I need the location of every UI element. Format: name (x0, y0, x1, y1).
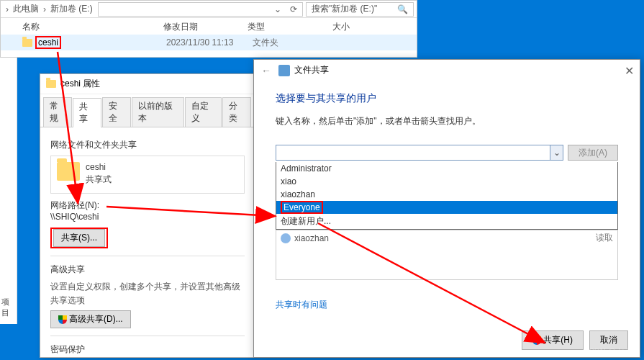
breadcrumb-seg[interactable]: 此电脑 (11, 3, 41, 15)
search-input[interactable]: 搜索"新加卷 (E:)" 🔍 (306, 2, 414, 17)
shield-icon (532, 336, 541, 345)
tab-strip: 常规 共享 安全 以前的版本 自定义 分类 (40, 94, 255, 127)
col-modified[interactable]: 修改日期 (163, 21, 248, 33)
file-type: 文件夹 (253, 37, 339, 49)
back-icon[interactable]: ← (261, 65, 271, 76)
share-button[interactable]: 共享(S)... (53, 229, 105, 247)
dropdown-option-selected[interactable]: Everyone (281, 201, 323, 214)
tab-custom[interactable]: 自定义 (185, 97, 222, 127)
properties-title-bar: ceshi 属性 (40, 74, 255, 94)
tab-general[interactable]: 常规 (43, 97, 72, 127)
add-button[interactable]: 添加(A) (568, 145, 618, 161)
col-size[interactable]: 大小 (332, 21, 417, 33)
advanced-desc: 设置自定义权限，创建多个共享，并设置其他高级共享选项 (50, 280, 245, 307)
dialog-title: 文件共享 (294, 64, 329, 76)
dialog-header: ← 文件共享 (254, 60, 640, 81)
user-icon (281, 233, 291, 243)
share-confirm-button[interactable]: 共享(H) (522, 330, 584, 350)
user-row[interactable]: xiaozhan 读取 (276, 230, 617, 246)
refresh-icon[interactable]: ⟳ (288, 4, 299, 14)
column-headers: 名称 修改日期 类型 大小 (1, 18, 417, 35)
search-icon[interactable]: 🔍 (395, 4, 410, 14)
file-name: ceshi (35, 36, 61, 49)
col-name[interactable]: 名称 (22, 21, 163, 33)
dropdown-option[interactable]: xiaozhan (276, 188, 617, 201)
watermark: CSDN @七七怪 (584, 346, 640, 357)
section-password: 密码保护 (50, 343, 245, 356)
section-network-share: 网络文件和文件夹共享 (50, 139, 245, 151)
section-advanced: 高级共享 (50, 264, 245, 276)
share-folder-name: ceshi (86, 162, 112, 172)
file-sharing-dialog: ✕ ← 文件共享 选择要与其共享的用户 键入名称，然后单击"添加"，或者单击箭头… (253, 59, 640, 358)
sidebar-label: 项目 (1, 297, 17, 318)
tab-sharing[interactable]: 共享 (73, 98, 101, 127)
folder-icon (57, 162, 80, 181)
share-info-box: ceshi 共享式 (50, 156, 245, 194)
tab-classify[interactable]: 分类 (222, 97, 251, 127)
close-icon[interactable]: ✕ (625, 64, 634, 78)
search-placeholder: 搜索"新加卷 (E:)" (309, 3, 379, 15)
col-type[interactable]: 类型 (248, 21, 332, 33)
dialog-heading: 选择要与其共享的用户 (276, 92, 618, 105)
explorer-window: › 此电脑 › 新加卷 (E:) ⌄ ⟳ 搜索"新加卷 (E:)" 🔍 名称 修… (0, 0, 417, 58)
sidebar-edge: 项目 (0, 58, 17, 324)
network-path-value: \\SHIQ\ceshi (50, 212, 245, 222)
file-modified: 2023/11/30 11:13 (166, 37, 253, 48)
share-icon (278, 65, 290, 76)
shared-users-list: xiaozhan 读取 (276, 230, 618, 280)
user-dropdown: Administrator xiao xiaozhan Everyone 创建新… (276, 162, 618, 230)
address-bar: › 此电脑 › 新加卷 (E:) ⌄ ⟳ 搜索"新加卷 (E:)" 🔍 (1, 1, 417, 18)
dropdown-option[interactable]: Administrator (276, 162, 617, 175)
dropdown-option[interactable]: xiao (276, 175, 617, 188)
dropdown-icon[interactable]: ⌄ (272, 4, 284, 14)
tab-previous[interactable]: 以前的版本 (132, 97, 184, 127)
dialog-subtext: 键入名称，然后单击"添加"，或者单击箭头查找用户。 (276, 115, 618, 127)
network-path-label: 网络路径(N): (50, 199, 245, 212)
folder-icon (22, 39, 32, 47)
advanced-share-button[interactable]: 高级共享(D)... (50, 310, 131, 328)
address-input[interactable]: ⌄ ⟳ (98, 2, 303, 17)
properties-title: ceshi 属性 (60, 78, 100, 90)
share-status: 共享式 (86, 174, 112, 186)
chevron-icon: › (4, 4, 11, 14)
user-permission: 读取 (596, 232, 613, 244)
dropdown-icon[interactable]: ⌄ (550, 145, 563, 160)
file-row[interactable]: ceshi 2023/11/30 11:13 文件夹 (1, 35, 417, 50)
folder-icon (46, 80, 56, 88)
properties-dialog: ceshi 属性 常规 共享 安全 以前的版本 自定义 分类 网络文件和文件夹共… (40, 73, 255, 358)
tab-security[interactable]: 安全 (102, 97, 131, 127)
chevron-icon: › (41, 4, 48, 14)
trouble-link[interactable]: 共享时有问题 (276, 300, 327, 310)
user-combobox[interactable]: ⌄ (276, 145, 563, 161)
user-name: xiaozhan (294, 233, 329, 243)
breadcrumb-seg[interactable]: 新加卷 (E:) (48, 3, 95, 15)
dropdown-option[interactable]: 创建新用户... (276, 214, 617, 229)
shield-icon (58, 315, 67, 324)
